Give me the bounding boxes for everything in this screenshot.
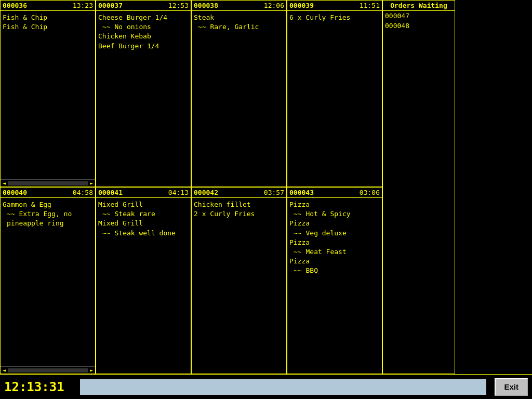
order-item: Mixed Grill [98, 200, 189, 209]
order-item: Beef Burger 1/4 [98, 42, 189, 51]
order-item: Pizza [289, 200, 380, 209]
order-number-37: 000037 [98, 2, 123, 9]
grid-area: 000036 13:23 Fish & Chip Fish & Chip ◄ ►… [0, 0, 532, 374]
order-item: Chicken Kebab [98, 32, 189, 41]
order-header-40: 000040 04:58 [1, 188, 95, 198]
order-header-42: 000042 03:57 [192, 188, 286, 198]
order-time-37: 12:53 [168, 2, 189, 9]
app-container: 000036 13:23 Fish & Chip Fish & Chip ◄ ►… [0, 0, 532, 399]
order-note: ~~ Steak rare [98, 209, 189, 219]
order-body-38: Steak ~~ Rare, Garlic [192, 11, 286, 187]
bottom-bar: 12:13:31 Exit [0, 374, 532, 399]
order-note: ~~ Hot & Spicy [289, 209, 380, 219]
order-header-41: 000041 04:13 [96, 188, 191, 198]
order-item: Chicken fillet [194, 200, 284, 209]
order-cell-39[interactable]: 000039 11:51 6 x Curly Fries [287, 0, 382, 187]
order-note: ~~ Rare, Garlic [194, 22, 284, 32]
order-header-43: 000043 03:06 [287, 188, 382, 198]
order-number-43: 000043 [289, 189, 314, 196]
order-cell-43[interactable]: 000043 03:06 Pizza ~~ Hot & Spicy Pizza … [287, 187, 382, 374]
scroll-left-icon[interactable]: ◄ [2, 367, 7, 373]
order-time-41: 04:13 [168, 189, 189, 196]
order-item: Pizza [289, 238, 380, 247]
order-note: ~~ Extra Egg, no pineapple ring [3, 209, 93, 228]
exit-button[interactable]: Exit [495, 378, 528, 396]
order-item: Steak [194, 13, 284, 22]
order-body-41: Mixed Grill ~~ Steak rare Mixed Grill ~~… [96, 198, 191, 374]
order-cell-40[interactable]: 000040 04:58 Gammon & Egg ~~ Extra Egg, … [0, 187, 96, 374]
order-number-36: 000036 [3, 2, 27, 9]
scroll-track [8, 368, 88, 373]
order-time-36: 13:23 [73, 2, 93, 9]
order-note: ~~ No onions [98, 22, 189, 32]
sidebar-header: Orders Waiting [383, 1, 455, 11]
waiting-order-2[interactable]: 000048 [383, 21, 455, 31]
order-cell-38[interactable]: 000038 12:06 Steak ~~ Rare, Garlic [191, 0, 287, 187]
order-note: ~~ BBQ [289, 266, 380, 275]
order-body-40: Gammon & Egg ~~ Extra Egg, no pineapple … [1, 198, 95, 366]
order-cell-41[interactable]: 000041 04:13 Mixed Grill ~~ Steak rare M… [96, 187, 191, 374]
scroll-bar[interactable]: ◄ ► [1, 179, 95, 187]
order-note: ~~ Steak well done [98, 229, 189, 238]
order-item: Fish & Chip [3, 22, 93, 32]
order-number-40: 000040 [3, 189, 27, 196]
scroll-bar-40[interactable]: ◄ ► [1, 366, 95, 374]
order-time-39: 11:51 [360, 2, 380, 9]
scroll-track [8, 181, 88, 185]
scroll-right-icon[interactable]: ► [89, 367, 94, 373]
message-bar[interactable] [80, 379, 486, 395]
order-number-38: 000038 [194, 2, 218, 9]
order-time-40: 04:58 [73, 189, 93, 196]
order-item: Pizza [289, 257, 380, 266]
order-time-42: 03:57 [264, 189, 284, 196]
sidebar: Orders Waiting 000047 000048 [382, 0, 455, 374]
order-header-38: 000038 12:06 [192, 1, 286, 11]
order-header-39: 000039 11:51 [287, 1, 382, 11]
order-header-36: 000036 13:23 [1, 1, 95, 11]
order-item: Gammon & Egg [3, 200, 93, 209]
order-note: ~~ Meat Feast [289, 247, 380, 257]
order-cell-36[interactable]: 000036 13:23 Fish & Chip Fish & Chip ◄ ► [0, 0, 96, 187]
order-note: ~~ Veg deluxe [289, 229, 380, 238]
order-number-42: 000042 [194, 189, 218, 196]
order-body-43: Pizza ~~ Hot & Spicy Pizza ~~ Veg deluxe… [287, 198, 382, 374]
main-grid: 000036 13:23 Fish & Chip Fish & Chip ◄ ►… [0, 0, 455, 374]
order-item: 6 x Curly Fries [289, 13, 380, 22]
order-number-41: 000041 [98, 189, 123, 196]
order-item: Pizza [289, 219, 380, 228]
order-cell-37[interactable]: 000037 12:53 Cheese Burger 1/4 ~~ No oni… [96, 0, 191, 187]
order-time-38: 12:06 [264, 2, 284, 9]
order-item: Mixed Grill [98, 219, 189, 228]
order-body-36: Fish & Chip Fish & Chip [1, 11, 95, 179]
order-header-37: 000037 12:53 [96, 1, 191, 11]
clock: 12:13:31 [4, 380, 72, 394]
order-body-39: 6 x Curly Fries [287, 11, 382, 187]
order-item: Fish & Chip [3, 13, 93, 22]
order-item: Cheese Burger 1/4 [98, 13, 189, 22]
order-body-42: Chicken fillet 2 x Curly Fries [192, 198, 286, 374]
order-cell-42[interactable]: 000042 03:57 Chicken fillet 2 x Curly Fr… [191, 187, 287, 374]
order-number-39: 000039 [289, 2, 314, 9]
scroll-left-icon[interactable]: ◄ [2, 180, 7, 186]
order-body-37: Cheese Burger 1/4 ~~ No onions Chicken K… [96, 11, 191, 187]
order-item: 2 x Curly Fries [194, 209, 284, 219]
waiting-order-1[interactable]: 000047 [383, 11, 455, 21]
order-time-43: 03:06 [360, 189, 380, 196]
scroll-right-icon[interactable]: ► [89, 180, 94, 186]
